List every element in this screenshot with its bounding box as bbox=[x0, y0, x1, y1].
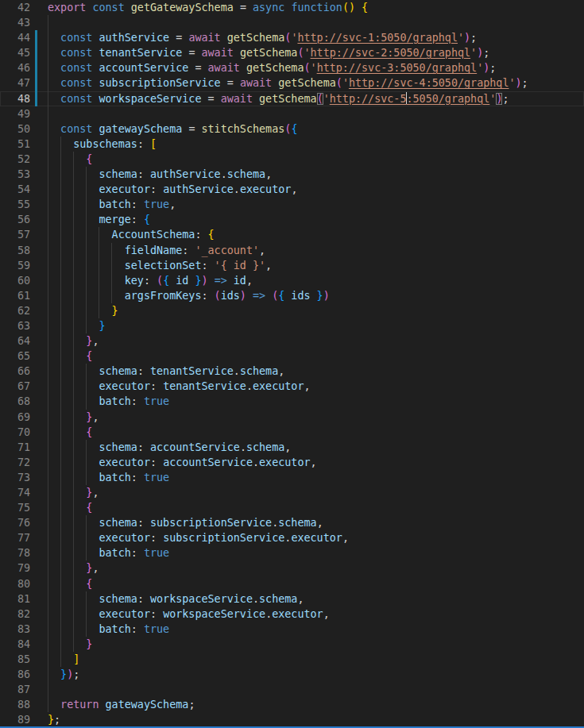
code-text[interactable]: batch: true bbox=[48, 622, 169, 637]
code-line[interactable]: 61 argsFromKeys: (ids) => ({ ids }) bbox=[0, 288, 584, 303]
code-line[interactable]: 59 selectionSet: '{ id }', bbox=[0, 258, 584, 273]
code-line[interactable]: 89}; bbox=[0, 712, 584, 727]
code-line[interactable]: 52 { bbox=[0, 152, 584, 167]
line-number[interactable]: 54 bbox=[0, 182, 30, 197]
code-text[interactable]: const workspaceService = await getSchema… bbox=[48, 91, 509, 106]
line-number[interactable]: 67 bbox=[0, 379, 30, 394]
code-text[interactable]: AccountSchema: { bbox=[48, 227, 215, 242]
code-text[interactable]: }, bbox=[48, 485, 99, 500]
line-number[interactable]: 85 bbox=[0, 652, 30, 667]
line-number[interactable]: 50 bbox=[0, 121, 30, 137]
code-text[interactable]: const gatewaySchema = stitchSchemas({ bbox=[48, 121, 297, 137]
code-line[interactable]: 65 { bbox=[0, 349, 584, 364]
code-text[interactable]: batch: true, bbox=[48, 197, 176, 212]
code-text[interactable]: }); bbox=[48, 667, 79, 682]
code-text[interactable]: batch: true bbox=[48, 394, 169, 409]
line-number[interactable]: 86 bbox=[0, 667, 30, 682]
line-number[interactable]: 63 bbox=[0, 318, 30, 333]
code-text[interactable]: executor: subscriptionService.executor, bbox=[48, 530, 349, 545]
code-text[interactable]: argsFromKeys: (ids) => ({ ids }) bbox=[48, 288, 330, 303]
code-text[interactable]: } bbox=[48, 303, 118, 318]
code-text[interactable]: { bbox=[48, 576, 92, 591]
line-number[interactable]: 59 bbox=[0, 258, 30, 273]
code-text[interactable]: }, bbox=[48, 333, 99, 349]
line-number[interactable]: 79 bbox=[0, 560, 30, 576]
code-text[interactable]: } bbox=[48, 318, 106, 333]
code-text[interactable]: }, bbox=[48, 560, 99, 576]
line-number[interactable]: 42 bbox=[0, 0, 30, 15]
code-text[interactable]: merge: { bbox=[48, 212, 150, 227]
code-lines[interactable]: 42export const getGatewaySchema = async … bbox=[0, 0, 584, 726]
line-number[interactable]: 71 bbox=[0, 440, 30, 455]
code-line[interactable]: 80 { bbox=[0, 576, 584, 591]
code-line[interactable]: 63 } bbox=[0, 318, 584, 333]
line-number[interactable]: 88 bbox=[0, 697, 30, 712]
line-number[interactable]: 72 bbox=[0, 455, 30, 470]
code-line[interactable]: 45 const tenantService = await getSchema… bbox=[0, 45, 584, 60]
line-number[interactable]: 49 bbox=[0, 106, 30, 121]
line-number[interactable]: 55 bbox=[0, 197, 30, 212]
code-line[interactable]: 56 merge: { bbox=[0, 212, 584, 227]
line-number[interactable]: 73 bbox=[0, 470, 30, 485]
line-number[interactable]: 48 bbox=[0, 91, 30, 106]
code-text[interactable]: const authService = await getSchema('htt… bbox=[48, 30, 477, 45]
code-line[interactable]: 72 executor: accountService.executor, bbox=[0, 455, 584, 470]
line-number[interactable]: 61 bbox=[0, 288, 30, 303]
code-line[interactable]: 85 ] bbox=[0, 652, 584, 667]
code-text[interactable]: { bbox=[48, 152, 92, 167]
code-line[interactable]: 79 }, bbox=[0, 560, 584, 576]
line-number[interactable]: 53 bbox=[0, 167, 30, 182]
line-number[interactable]: 52 bbox=[0, 152, 30, 167]
code-line[interactable]: 68 batch: true bbox=[0, 394, 584, 409]
line-number[interactable]: 77 bbox=[0, 530, 30, 545]
code-text[interactable]: } bbox=[48, 637, 92, 652]
code-line[interactable]: 57 AccountSchema: { bbox=[0, 227, 584, 242]
code-line[interactable]: 81 schema: workspaceService.schema, bbox=[0, 591, 584, 607]
line-number[interactable]: 87 bbox=[0, 682, 30, 697]
code-line[interactable]: 75 { bbox=[0, 500, 584, 515]
code-line[interactable]: 84 } bbox=[0, 637, 584, 652]
code-text[interactable]: subschemas: [ bbox=[48, 137, 157, 152]
code-line[interactable]: 54 executor: authService.executor, bbox=[0, 182, 584, 197]
code-text[interactable]: { bbox=[48, 349, 92, 364]
code-editor[interactable]: 42export const getGatewaySchema = async … bbox=[0, 0, 584, 728]
code-text[interactable]: schema: authService.schema, bbox=[48, 167, 272, 182]
code-text[interactable]: schema: subscriptionService.schema, bbox=[48, 515, 323, 530]
code-text[interactable]: { bbox=[48, 500, 92, 515]
code-line[interactable]: 71 schema: accountService.schema, bbox=[0, 440, 584, 455]
code-text[interactable]: executor: workspaceService.executor, bbox=[48, 607, 330, 622]
line-number[interactable]: 45 bbox=[0, 45, 30, 60]
line-number[interactable]: 89 bbox=[0, 712, 30, 727]
code-line[interactable]: 50 const gatewaySchema = stitchSchemas({ bbox=[0, 121, 584, 137]
code-text[interactable]: return gatewaySchema; bbox=[48, 697, 195, 712]
code-text[interactable]: export const getGatewaySchema = async fu… bbox=[48, 0, 368, 15]
line-number[interactable]: 57 bbox=[0, 227, 30, 242]
line-number[interactable]: 43 bbox=[0, 15, 30, 30]
line-number[interactable]: 60 bbox=[0, 273, 30, 288]
code-line[interactable]: 60 key: ({ id }) => id, bbox=[0, 273, 584, 288]
code-line[interactable]: 77 executor: subscriptionService.executo… bbox=[0, 530, 584, 545]
code-line[interactable]: 49 bbox=[0, 106, 584, 121]
line-number[interactable]: 80 bbox=[0, 576, 30, 591]
line-number[interactable]: 44 bbox=[0, 30, 30, 45]
code-text[interactable]: executor: authService.executor, bbox=[48, 182, 297, 197]
code-line[interactable]: 42export const getGatewaySchema = async … bbox=[0, 0, 584, 15]
code-line[interactable]: 78 batch: true bbox=[0, 545, 584, 560]
line-number[interactable]: 83 bbox=[0, 622, 30, 637]
line-number[interactable]: 78 bbox=[0, 545, 30, 560]
code-line[interactable]: 51 subschemas: [ bbox=[0, 137, 584, 152]
code-line[interactable]: 87 bbox=[0, 682, 584, 697]
code-text[interactable]: batch: true bbox=[48, 545, 169, 560]
line-number[interactable]: 56 bbox=[0, 212, 30, 227]
code-line[interactable]: 70 { bbox=[0, 425, 584, 440]
code-line[interactable]: 76 schema: subscriptionService.schema, bbox=[0, 515, 584, 530]
code-text[interactable]: schema: workspaceService.schema, bbox=[48, 591, 304, 607]
code-line[interactable]: 74 }, bbox=[0, 485, 584, 500]
line-number[interactable]: 58 bbox=[0, 243, 30, 258]
code-line[interactable]: 83 batch: true bbox=[0, 622, 584, 637]
line-number[interactable]: 66 bbox=[0, 364, 30, 379]
line-number[interactable]: 81 bbox=[0, 591, 30, 607]
code-line[interactable]: 43 bbox=[0, 15, 584, 30]
code-line[interactable]: 73 batch: true bbox=[0, 470, 584, 485]
code-line[interactable]: 46 const accountService = await getSchem… bbox=[0, 60, 584, 75]
